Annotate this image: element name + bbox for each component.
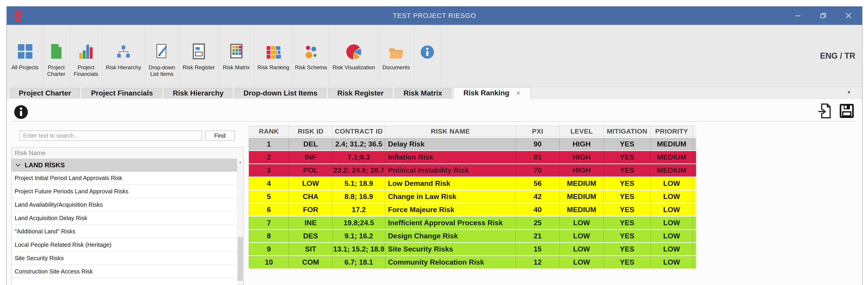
- cell-risk-name: Force Majeure Risk: [385, 203, 516, 216]
- list-group-land-risks[interactable]: LAND RİSKS: [11, 159, 243, 172]
- tab-bar: Project Charter Project Financials Risk …: [7, 87, 862, 98]
- tab-project-financials[interactable]: Project Financials: [82, 88, 162, 98]
- column-header-risk-name[interactable]: RISK NAME: [385, 126, 516, 137]
- scrollbar-thumb[interactable]: [238, 237, 243, 281]
- tab-risk-ranking[interactable]: Risk Ranking ×: [453, 87, 531, 98]
- table-row[interactable]: 7 INE 19.8;24.5 Inefficient Approval Pro…: [249, 217, 696, 229]
- cell-risk-id: INE: [289, 217, 333, 229]
- table-row[interactable]: 9 SIT 13.1; 15.2; 18.9 Site Security Ris…: [249, 243, 696, 255]
- table-row[interactable]: 10 COM 6.7; 18.1 Community Relocation Ri…: [249, 256, 696, 268]
- cell-priority: LOW: [651, 177, 693, 190]
- list-group-label: LAND RİSKS: [25, 162, 65, 169]
- column-header-level[interactable]: LEVEL: [560, 126, 604, 137]
- cell-contract-id: 2.4; 31.2; 36.5: [333, 138, 385, 150]
- toolbar-item-label: All Projects: [11, 64, 38, 71]
- org-chart-icon: [116, 42, 131, 59]
- risk-name-column-header[interactable]: Risk Name: [11, 147, 243, 159]
- tab-risk-matrix[interactable]: Risk Matrix: [395, 88, 451, 98]
- column-header-spacer: [693, 126, 696, 137]
- cell-level: LOW: [560, 230, 604, 242]
- list-item[interactable]: Land Availability/Acquisition Risks: [11, 198, 237, 212]
- edit-list-icon: [155, 42, 169, 59]
- list-item-label: Land Acquisition Delay Risk: [15, 215, 87, 222]
- toolbar-item-risk-register[interactable]: Risk Register: [179, 25, 219, 86]
- column-header-priority[interactable]: PRIORITY: [651, 126, 693, 137]
- cell-contract-id: 5.1; 18.9: [333, 177, 385, 190]
- list-item[interactable]: Local People Related Risk (Heritage): [11, 238, 237, 252]
- list-item[interactable]: Project Initial Period Land Approvals Ri…: [11, 172, 237, 185]
- title-bar: TEST PROJECT RIESGO: [7, 6, 862, 25]
- search-input[interactable]: [20, 131, 202, 141]
- language-toggle[interactable]: ENG / TR: [820, 51, 855, 61]
- tab-risk-register[interactable]: Risk Register: [329, 88, 393, 98]
- column-header-pxi[interactable]: PXI: [516, 126, 560, 137]
- toolbar-item-all-projects[interactable]: All Projects: [8, 25, 42, 86]
- table-row[interactable]: 1 DEL 2.4; 31.2; 36.5 Delay Risk 90 HIGH…: [249, 138, 696, 150]
- cell-spacer: [693, 164, 696, 177]
- cell-risk-name: Low Demand Risk: [385, 177, 516, 190]
- list-item[interactable]: Project Future Periods Land Approval Ris…: [11, 185, 237, 198]
- cell-spacer: [693, 243, 696, 255]
- toolbar-item-risk-matrix[interactable]: Risk Matrix: [219, 25, 254, 86]
- cell-priority: LOW: [651, 190, 693, 203]
- list-item[interactable]: "Additional Land" Risks: [11, 225, 237, 238]
- toolbar-item-risk-visualization[interactable]: Risk Visualization: [329, 25, 378, 86]
- table-row[interactable]: 4 LOW 5.1; 18.9 Low Demand Risk 56 MEDIU…: [249, 177, 696, 190]
- save-icon[interactable]: [839, 104, 854, 118]
- table-row[interactable]: 8 DES 9.1; 16.2 Design Change Risk 21 LO…: [249, 230, 696, 242]
- minimize-button[interactable]: [793, 11, 802, 20]
- list-item[interactable]: Land Acquisition Delay Risk: [11, 212, 237, 225]
- tab-dropdown-list-items[interactable]: Drop-down List Items: [235, 88, 326, 98]
- list-item[interactable]: Site Security Risks: [11, 252, 237, 265]
- toolbar-item-risk-hierarchy[interactable]: Risk Hierarchy: [102, 25, 145, 86]
- cell-spacer: [693, 151, 696, 164]
- column-header-rank[interactable]: RANK: [249, 126, 289, 137]
- find-button[interactable]: Find: [205, 131, 235, 141]
- cell-pxi: 25: [516, 217, 560, 229]
- table-row[interactable]: 3 POL 23.2; 24.6; 28.7 Political Instabi…: [249, 164, 696, 177]
- pie-chart-icon: [346, 42, 361, 59]
- cell-mitigation: YES: [604, 203, 651, 216]
- cell-rank: 9: [249, 243, 289, 255]
- list-scrollbar[interactable]: ▲: [237, 159, 243, 285]
- close-button[interactable]: [844, 11, 853, 20]
- cell-contract-id: 17.2: [333, 203, 385, 216]
- restore-button[interactable]: [819, 11, 828, 20]
- cell-spacer: [693, 230, 696, 242]
- table-row[interactable]: 6 FOR 17.2 Force Majeure Risk 40 MEDIUM …: [249, 203, 696, 216]
- toolbar-item-dropdown-list-items[interactable]: Drop-down List Items: [145, 25, 179, 86]
- table-row[interactable]: 5 CHA 8.8; 16.9 Change in Law Risk 42 ME…: [249, 190, 696, 203]
- column-header-mitigation[interactable]: MITIGATION: [604, 126, 651, 137]
- cell-rank: 3: [249, 164, 289, 177]
- page-info-icon[interactable]: [13, 105, 29, 119]
- column-header-contract-id[interactable]: CONTRACT ID: [333, 126, 385, 137]
- cell-contract-id: 7.1;8.3: [333, 151, 385, 164]
- table-row[interactable]: 2 INF 7.1;8.3 Inflation Risk 81 HIGH YES…: [249, 151, 696, 164]
- list-item[interactable]: Construction Site Access Risk: [11, 265, 237, 279]
- column-header-risk-id[interactable]: RISK ID: [289, 126, 333, 137]
- toolbar-item-project-financials[interactable]: Project Financials: [70, 25, 102, 86]
- tab-label: Risk Register: [337, 89, 384, 97]
- toolbar-item-risk-ranking[interactable]: Risk Ranking: [254, 25, 293, 86]
- cell-rank: 2: [249, 151, 289, 164]
- toolbar-item-risk-schema[interactable]: Risk Schema: [293, 25, 329, 86]
- tab-overflow-icon[interactable]: ▼: [847, 90, 851, 95]
- tab-risk-hierarchy[interactable]: Risk Hierarchy: [164, 88, 232, 98]
- cell-risk-id: SIT: [289, 243, 333, 255]
- cell-risk-id: INF: [289, 151, 333, 164]
- bubbles-icon: [304, 42, 318, 59]
- cell-pxi: 42: [516, 190, 560, 203]
- tab-project-charter[interactable]: Project Charter: [10, 88, 80, 98]
- toolbar-item-project-charter[interactable]: Project Charter: [42, 25, 70, 86]
- toolbar-item-label: Risk Hierarchy: [106, 64, 141, 71]
- tab-close-icon[interactable]: ×: [516, 88, 521, 97]
- scroll-up-icon[interactable]: ▲: [237, 159, 243, 166]
- page-actions: [818, 104, 854, 118]
- cell-contract-id: 6.7; 18.1: [333, 256, 385, 268]
- app-window: TEST PROJECT RIESGO All Projects: [6, 6, 863, 285]
- export-icon[interactable]: [818, 104, 833, 118]
- register-icon: [192, 42, 206, 59]
- list-items: Project Initial Period Land Approvals Ri…: [11, 172, 243, 279]
- toolbar-item-documents[interactable]: Documents: [378, 25, 414, 86]
- toolbar-item-info[interactable]: [414, 25, 440, 86]
